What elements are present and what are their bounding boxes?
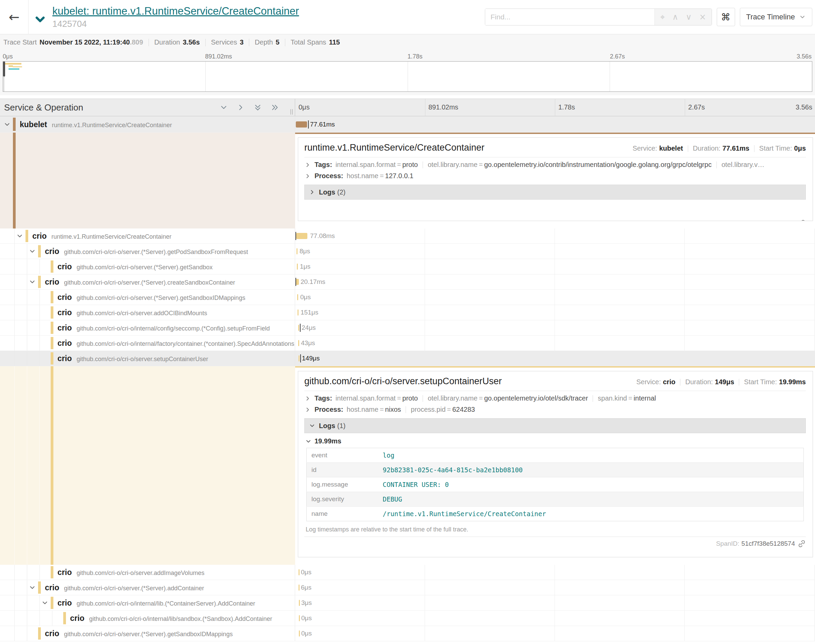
timeline-gridline — [555, 259, 555, 274]
back-button[interactable]: ← — [0, 0, 29, 34]
span-row[interactable]: criogithub.com/cri-o/cri-o/server.(*Serv… — [0, 290, 815, 305]
span-bar[interactable] — [299, 569, 300, 575]
next-match-icon[interactable]: ∨ — [686, 13, 692, 21]
service-name: criogithub.com/cri-o/cri-o/server.(*Serv… — [45, 278, 235, 287]
log-timestamps-note: Log timestamps are relative to the start… — [306, 526, 806, 533]
span-bar[interactable] — [296, 233, 307, 239]
span-timeline-cell: 77.61ms — [295, 116, 815, 132]
expand-chevron-icon[interactable] — [41, 599, 49, 607]
span-row[interactable]: criogithub.com/cri-o/cri-o/server.addOCI… — [0, 305, 815, 320]
timeline-gridline — [685, 305, 685, 320]
log-field-row: log.messageCONTAINER USER: 0 — [307, 477, 804, 492]
span-bar[interactable] — [296, 121, 307, 127]
span-row[interactable]: criogithub.com/cri-o/cri-o/server.(*Serv… — [0, 626, 815, 641]
service-color-bar — [51, 366, 54, 565]
copy-link-icon[interactable] — [798, 540, 806, 548]
logs-accordion[interactable]: Logs(2) — [304, 185, 806, 199]
tag-item: otel.library.v… — [722, 161, 764, 169]
overview-label: Duration: — [693, 144, 720, 152]
tag-key: process.pid — [411, 406, 446, 413]
tag-key: internal.span.format — [335, 161, 396, 168]
expand-all-icon[interactable] — [270, 103, 279, 112]
span-row[interactable]: criogithub.com/cri-o/cri-o/internal/fact… — [0, 336, 815, 351]
span-row[interactable]: criogithub.com/cri-o/cri-o/internal/lib.… — [0, 595, 815, 611]
span-bar[interactable] — [298, 340, 299, 346]
span-bar[interactable] — [299, 355, 300, 362]
log-field-value: /runtime.v1.RuntimeService/CreateContain… — [378, 507, 804, 521]
span-bar[interactable] — [296, 279, 299, 285]
equals-sign: = — [397, 394, 401, 402]
span-label-anchor — [300, 324, 300, 332]
keyboard-shortcuts-button[interactable]: ⌘ — [717, 8, 735, 26]
process-accordion[interactable]: Process:host.name=nixosprocess.pid=62428… — [304, 406, 806, 414]
span-row[interactable]: kubeletruntime.v1.RuntimeService/CreateC… — [0, 116, 815, 133]
span-bar[interactable] — [299, 600, 300, 606]
copy-link-icon[interactable] — [798, 219, 806, 221]
top-bar: ← kubelet: runtime.v1.RuntimeService/Cre… — [0, 0, 815, 34]
span-row[interactable]: criogithub.com/cri-o/cri-o/server.(*Serv… — [0, 259, 815, 274]
service-name: crioruntime.v1.RuntimeService/CreateCont… — [32, 232, 172, 241]
expand-chevron-icon[interactable] — [29, 278, 36, 286]
span-row[interactable]: criogithub.com/cri-o/cri-o/server.setupC… — [0, 351, 815, 366]
view-options-dropdown[interactable]: Trace Timeline — [740, 8, 812, 26]
tags-accordion[interactable]: Tags:internal.span.format=protootel.libr… — [304, 161, 806, 169]
expand-one-icon[interactable] — [236, 103, 245, 112]
span-bar[interactable] — [297, 310, 299, 316]
trace-title-link[interactable]: kubelet: runtime.v1.RuntimeService/Creat… — [52, 5, 299, 17]
equals-sign: = — [380, 172, 384, 179]
logs-accordion[interactable]: Logs(1) — [304, 418, 806, 433]
tags-accordion[interactable]: Tags:internal.span.format=protootel.libr… — [304, 394, 806, 402]
indent-guide — [14, 580, 15, 595]
span-row[interactable]: crioruntime.v1.RuntimeService/CreateCont… — [0, 228, 815, 244]
span-row[interactable]: criogithub.com/cri-o/cri-o/server.(*Serv… — [0, 274, 815, 290]
process-accordion[interactable]: Process:host.name=127.0.0.1 — [304, 172, 806, 180]
indent-guide — [40, 290, 40, 305]
timeline-gridline — [814, 336, 815, 351]
indent-guide — [27, 595, 27, 610]
tags-label: Tags: — [314, 394, 332, 402]
overview-value: 0μs — [794, 144, 806, 152]
prev-match-icon[interactable]: ∧ — [672, 13, 678, 21]
expand-chevron-icon[interactable] — [29, 584, 36, 591]
span-row[interactable]: criogithub.com/cri-o/cri-o/server.(*Serv… — [0, 244, 815, 259]
expand-chevron-icon[interactable] — [3, 121, 11, 128]
minimap-gridline — [408, 61, 408, 92]
span-bar[interactable] — [299, 630, 300, 636]
expand-chevron-icon[interactable] — [16, 232, 23, 240]
column-resize-grip[interactable] — [290, 109, 293, 115]
locate-icon[interactable]: ⌖ — [660, 13, 665, 21]
divider — [688, 145, 688, 152]
span-row[interactable]: criogithub.com/cri-o/cri-o/server.addIma… — [0, 565, 815, 580]
divider — [423, 161, 423, 168]
find-input[interactable] — [485, 9, 654, 25]
timeline-gridline — [555, 611, 555, 626]
collapse-all-icon[interactable] — [253, 103, 262, 112]
trace-collapse-chevron-icon[interactable] — [33, 12, 47, 26]
span-timeline-cell: 0μs — [295, 611, 815, 626]
span-bar[interactable] — [297, 294, 298, 300]
minimap-scrubber-handle[interactable] — [3, 61, 5, 77]
clear-search-icon[interactable]: × — [699, 13, 706, 21]
span-timeline-cell: 151μs — [295, 305, 815, 320]
depth-label: Depth — [255, 38, 273, 46]
expand-chevron-icon[interactable] — [29, 248, 36, 255]
service-color-bar — [38, 627, 41, 639]
span-row[interactable]: criogithub.com/cri-o/cri-o/internal/conf… — [0, 320, 815, 336]
span-detail-card: github.com/cri-o/cri-o/server.setupConta… — [298, 371, 813, 557]
log-field-row: id92b82381-025c-4a64-815c-ba2e1bb08100 — [307, 463, 804, 477]
span-bar[interactable] — [299, 615, 300, 621]
timeline-gridline — [814, 565, 815, 580]
divider — [593, 395, 593, 402]
ruler-tick-label: 0μs — [299, 103, 310, 111]
span-bar[interactable] — [297, 264, 298, 270]
operation-name: github.com/cri-o/cri-o/server.(*Server).… — [77, 264, 213, 271]
span-bar[interactable] — [299, 584, 300, 590]
span-row[interactable]: criogithub.com/cri-o/cri-o/server.(*Serv… — [0, 580, 815, 595]
span-name-column: criogithub.com/cri-o/cri-o/server.addIma… — [0, 565, 295, 580]
span-row[interactable]: criogithub.com/cri-o/cri-o/internal/lib/… — [0, 611, 815, 626]
collapse-one-icon[interactable] — [219, 103, 228, 112]
minimap-canvas[interactable] — [3, 61, 812, 92]
span-bar[interactable] — [298, 325, 299, 331]
span-bar[interactable] — [297, 248, 297, 255]
log-entry-header[interactable]: 19.99ms — [305, 437, 806, 445]
